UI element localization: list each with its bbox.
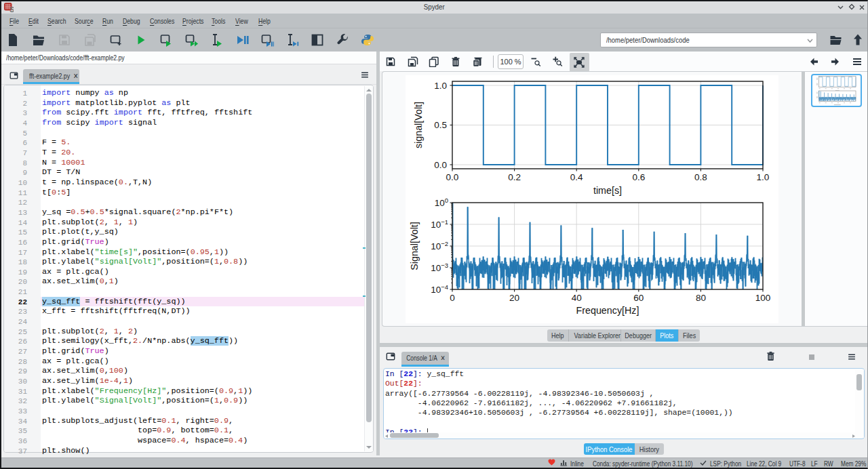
svg-text:time[s]: time[s] — [593, 185, 622, 196]
svg-text:1.0: 1.0 — [434, 81, 447, 91]
svg-text:0.0: 0.0 — [446, 172, 459, 182]
svg-text:0.5: 0.5 — [434, 120, 447, 130]
svg-text:40: 40 — [572, 293, 582, 303]
svg-text:0: 0 — [450, 293, 455, 303]
svg-text:Frequency[Hz]: Frequency[Hz] — [576, 305, 639, 316]
svg-text:100: 100 — [755, 293, 771, 303]
svg-text:0.4: 0.4 — [570, 172, 583, 182]
svg-text:0.0: 0.0 — [434, 160, 447, 170]
svg-text:0.2: 0.2 — [508, 172, 521, 182]
svg-text:Signal[Volt]: Signal[Volt] — [409, 222, 420, 270]
svg-text:60: 60 — [633, 293, 644, 303]
svg-text:20: 20 — [509, 293, 519, 303]
svg-text:S: S — [9, 5, 14, 12]
svg-text:1.0: 1.0 — [757, 172, 770, 182]
svg-text:0.8: 0.8 — [694, 172, 707, 182]
svg-text:80: 80 — [696, 293, 706, 303]
svg-text:0.6: 0.6 — [632, 172, 645, 182]
svg-text:signal[Volt]: signal[Volt] — [413, 102, 424, 148]
